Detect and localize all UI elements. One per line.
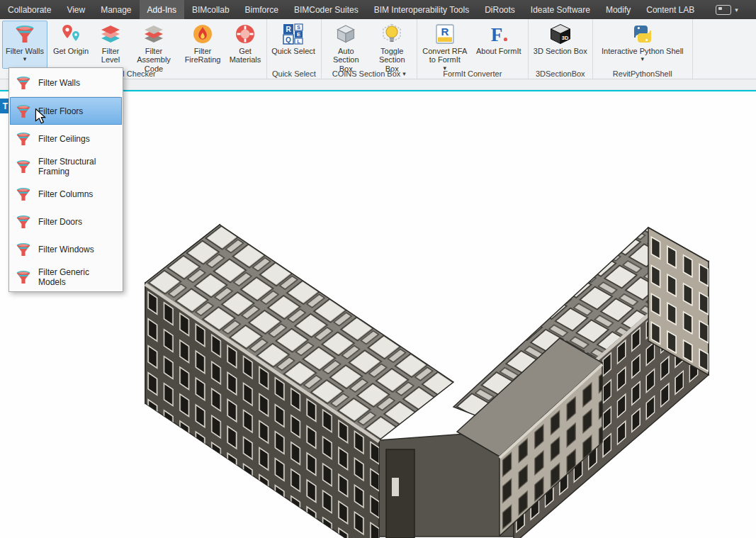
cube-3d-icon — [549, 23, 572, 45]
filter-level-button[interactable]: Filter Level — [94, 21, 127, 69]
svg-text:R: R — [286, 26, 291, 33]
tab-bim-interoperability-tools[interactable]: BIM Interoperability Tools — [366, 0, 478, 19]
auto-section-box-button[interactable]: Auto Section Box — [324, 21, 368, 69]
interactive-python-shell-button[interactable]: Interactive Python Shell ▾ — [595, 21, 690, 69]
funnel-icon — [15, 130, 32, 147]
menu-item-filter-walls[interactable]: Filter Walls — [10, 69, 122, 96]
lightbulb-icon — [380, 23, 403, 45]
tab-manage[interactable]: Manage — [93, 0, 139, 19]
tab-bimforce[interactable]: Bimforce — [237, 0, 286, 19]
ribbon-display-options-button[interactable]: ▾ — [709, 0, 745, 19]
chevron-down-icon: ▾ — [23, 56, 27, 62]
panel-label-3dsectionbox: 3DSectionBox — [531, 69, 590, 79]
chevron-down-icon: ▾ — [402, 70, 406, 77]
filter-firerating-button[interactable]: Filter FireRating — [181, 21, 225, 69]
ribbon-panel-revitpythonshell: Interactive Python Shell ▾ RevitPythonSh… — [593, 19, 693, 79]
panel-label-revitpythonshell: RevitPythonShell — [595, 69, 690, 79]
chevron-down-icon: ▾ — [735, 6, 738, 13]
layers-icon — [99, 23, 122, 45]
toggle-section-box-button[interactable]: Toggle Section Box — [370, 21, 414, 69]
funnel-icon — [15, 74, 32, 91]
mouse-cursor — [35, 108, 46, 124]
ribbon-panel-3dsectionbox: 3D Section Box 3DSectionBox — [529, 19, 593, 79]
funnel-icon — [15, 213, 32, 230]
funnel-icon — [15, 186, 32, 203]
funnel-icon — [15, 158, 32, 175]
svg-text:L: L — [297, 38, 300, 45]
menu-item-filter-windows[interactable]: Filter Windows — [10, 235, 122, 263]
convert-rfa-to-formit-button[interactable]: Convert RFA to FormIt ▾ — [419, 21, 470, 69]
svg-text:S: S — [297, 24, 300, 30]
filter-dropdown-menu: Filter Walls Filter Floors Filter Ceilin… — [9, 67, 123, 292]
ribbon-panel-coins-section-box: Auto Section Box Toggle Section Box COIN… — [322, 19, 417, 79]
svg-text:Q: Q — [286, 36, 291, 44]
python-icon — [631, 23, 654, 45]
ribbon-panel-quick-select: R Q S E L Quick Select Quick Select — [267, 19, 322, 79]
formit-icon — [487, 23, 510, 45]
tab-view[interactable]: View — [59, 0, 93, 19]
ribbon-tab-bar: Collaborate View Manage Add-Ins BIMcolla… — [0, 0, 756, 19]
menu-item-filter-structural-framing[interactable]: Filter Structural Framing — [10, 152, 122, 180]
tab-content-lab[interactable]: Content LAB — [638, 0, 702, 19]
filter-walls-label: Filter Walls — [6, 47, 44, 55]
panel-label-formit-converter: FormIt Converter — [419, 69, 526, 79]
funnel-icon — [15, 103, 32, 120]
menu-item-filter-ceilings[interactable]: Filter Ceilings — [10, 125, 122, 152]
menu-item-filter-columns[interactable]: Filter Columns — [10, 180, 122, 208]
tab-bimcollab[interactable]: BIMcollab — [184, 0, 237, 19]
panel-label-coins-section-box[interactable]: COINS Section Box ▾ — [324, 69, 414, 79]
flame-icon — [191, 23, 214, 45]
quick-select-button[interactable]: R Q S E L Quick Select — [269, 21, 317, 69]
assembly-layers-icon — [142, 23, 165, 45]
funnel-icon — [15, 269, 32, 286]
chevron-down-icon: ▾ — [641, 56, 644, 62]
3d-section-box-button[interactable]: 3D Section Box — [531, 21, 590, 69]
menu-item-filter-floors[interactable]: Filter Floors — [10, 97, 122, 125]
materials-icon — [234, 23, 256, 45]
tab-collaborate[interactable]: Collaborate — [0, 0, 59, 19]
tab-bimcoder-suites[interactable]: BIMCoder Suites — [286, 0, 366, 19]
funnel-icon — [15, 241, 32, 258]
tab-add-ins[interactable]: Add-Ins — [140, 0, 184, 19]
filter-assembly-code-button[interactable]: Filter Assembly Code — [128, 21, 179, 69]
origin-pin-icon — [60, 23, 82, 45]
menu-item-filter-generic-models[interactable]: Filter Generic Models — [10, 263, 122, 291]
ribbon-panel-formit-converter: Convert RFA to FormIt ▾ About FormIt For… — [417, 19, 529, 79]
filter-walls-button[interactable]: Filter Walls ▾ — [2, 21, 47, 69]
tab-ideate-software[interactable]: Ideate Software — [523, 0, 598, 19]
get-materials-button[interactable]: Get Materials — [226, 21, 264, 69]
about-formit-button[interactable]: About FormIt — [472, 21, 526, 69]
ribbon-state-icon — [716, 5, 731, 15]
quick-select-grid-icon: R Q S E L — [282, 23, 305, 45]
svg-text:E: E — [297, 31, 300, 38]
get-origin-button[interactable]: Get Origin — [49, 21, 93, 69]
tab-diroots[interactable]: DiRoots — [477, 0, 523, 19]
panel-label-quick-select: Quick Select — [269, 69, 319, 79]
rfa-convert-icon — [434, 23, 456, 45]
tab-modify[interactable]: Modify — [598, 0, 638, 19]
funnel-icon — [13, 23, 36, 45]
section-box-icon — [334, 23, 357, 45]
menu-item-filter-doors[interactable]: Filter Doors — [10, 208, 122, 235]
